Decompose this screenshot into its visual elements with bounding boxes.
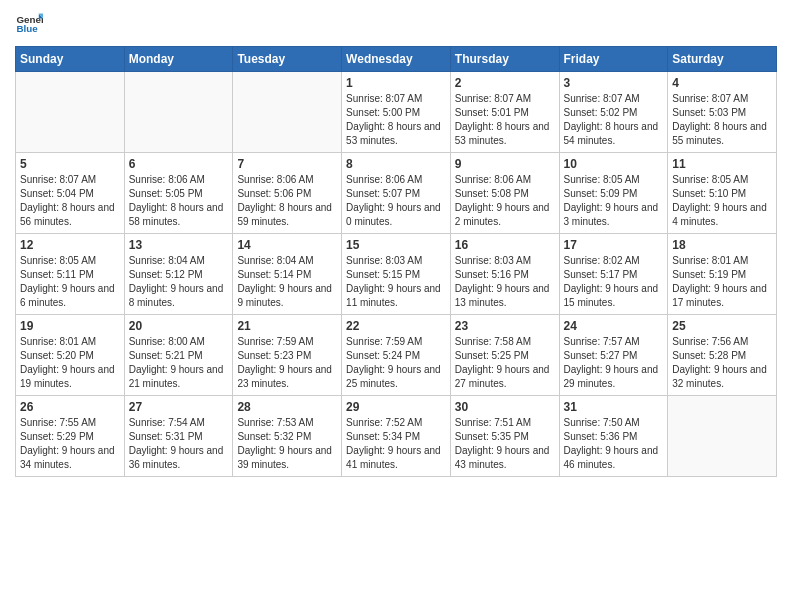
day-info: Sunrise: 7:50 AM Sunset: 5:36 PM Dayligh… — [564, 416, 664, 472]
svg-text:Blue: Blue — [16, 23, 38, 34]
calendar-table: SundayMondayTuesdayWednesdayThursdayFrid… — [15, 46, 777, 477]
day-info: Sunrise: 7:52 AM Sunset: 5:34 PM Dayligh… — [346, 416, 446, 472]
calendar-cell: 30Sunrise: 7:51 AM Sunset: 5:35 PM Dayli… — [450, 396, 559, 477]
day-number: 1 — [346, 76, 446, 90]
day-number: 29 — [346, 400, 446, 414]
day-info: Sunrise: 8:06 AM Sunset: 5:08 PM Dayligh… — [455, 173, 555, 229]
calendar-cell — [16, 72, 125, 153]
calendar-cell: 7Sunrise: 8:06 AM Sunset: 5:06 PM Daylig… — [233, 153, 342, 234]
calendar-cell: 16Sunrise: 8:03 AM Sunset: 5:16 PM Dayli… — [450, 234, 559, 315]
day-info: Sunrise: 8:01 AM Sunset: 5:20 PM Dayligh… — [20, 335, 120, 391]
calendar-cell: 4Sunrise: 8:07 AM Sunset: 5:03 PM Daylig… — [668, 72, 777, 153]
calendar-week-row: 5Sunrise: 8:07 AM Sunset: 5:04 PM Daylig… — [16, 153, 777, 234]
day-info: Sunrise: 7:56 AM Sunset: 5:28 PM Dayligh… — [672, 335, 772, 391]
calendar-cell: 27Sunrise: 7:54 AM Sunset: 5:31 PM Dayli… — [124, 396, 233, 477]
day-info: Sunrise: 8:07 AM Sunset: 5:03 PM Dayligh… — [672, 92, 772, 148]
day-number: 17 — [564, 238, 664, 252]
calendar-cell: 28Sunrise: 7:53 AM Sunset: 5:32 PM Dayli… — [233, 396, 342, 477]
weekday-header-row: SundayMondayTuesdayWednesdayThursdayFrid… — [16, 47, 777, 72]
calendar-cell: 11Sunrise: 8:05 AM Sunset: 5:10 PM Dayli… — [668, 153, 777, 234]
day-info: Sunrise: 7:59 AM Sunset: 5:24 PM Dayligh… — [346, 335, 446, 391]
calendar-cell: 10Sunrise: 8:05 AM Sunset: 5:09 PM Dayli… — [559, 153, 668, 234]
day-info: Sunrise: 8:03 AM Sunset: 5:16 PM Dayligh… — [455, 254, 555, 310]
day-info: Sunrise: 8:02 AM Sunset: 5:17 PM Dayligh… — [564, 254, 664, 310]
weekday-header: Sunday — [16, 47, 125, 72]
day-number: 20 — [129, 319, 229, 333]
day-info: Sunrise: 7:55 AM Sunset: 5:29 PM Dayligh… — [20, 416, 120, 472]
day-number: 6 — [129, 157, 229, 171]
day-number: 7 — [237, 157, 337, 171]
day-number: 16 — [455, 238, 555, 252]
page-container: General Blue SundayMondayTuesdayWednesda… — [0, 0, 792, 487]
day-number: 10 — [564, 157, 664, 171]
day-number: 18 — [672, 238, 772, 252]
day-number: 2 — [455, 76, 555, 90]
calendar-cell: 8Sunrise: 8:06 AM Sunset: 5:07 PM Daylig… — [342, 153, 451, 234]
calendar-cell: 15Sunrise: 8:03 AM Sunset: 5:15 PM Dayli… — [342, 234, 451, 315]
weekday-header: Friday — [559, 47, 668, 72]
day-number: 14 — [237, 238, 337, 252]
calendar-cell: 1Sunrise: 8:07 AM Sunset: 5:00 PM Daylig… — [342, 72, 451, 153]
day-info: Sunrise: 8:06 AM Sunset: 5:07 PM Dayligh… — [346, 173, 446, 229]
weekday-header: Saturday — [668, 47, 777, 72]
day-number: 28 — [237, 400, 337, 414]
day-number: 8 — [346, 157, 446, 171]
day-info: Sunrise: 8:07 AM Sunset: 5:00 PM Dayligh… — [346, 92, 446, 148]
logo-icon: General Blue — [15, 10, 43, 38]
calendar-cell: 19Sunrise: 8:01 AM Sunset: 5:20 PM Dayli… — [16, 315, 125, 396]
calendar-cell — [233, 72, 342, 153]
day-info: Sunrise: 8:07 AM Sunset: 5:04 PM Dayligh… — [20, 173, 120, 229]
calendar-cell — [668, 396, 777, 477]
calendar-cell: 6Sunrise: 8:06 AM Sunset: 5:05 PM Daylig… — [124, 153, 233, 234]
calendar-cell: 13Sunrise: 8:04 AM Sunset: 5:12 PM Dayli… — [124, 234, 233, 315]
calendar-cell: 20Sunrise: 8:00 AM Sunset: 5:21 PM Dayli… — [124, 315, 233, 396]
day-info: Sunrise: 7:58 AM Sunset: 5:25 PM Dayligh… — [455, 335, 555, 391]
day-info: Sunrise: 8:05 AM Sunset: 5:09 PM Dayligh… — [564, 173, 664, 229]
day-info: Sunrise: 8:01 AM Sunset: 5:19 PM Dayligh… — [672, 254, 772, 310]
day-info: Sunrise: 7:51 AM Sunset: 5:35 PM Dayligh… — [455, 416, 555, 472]
day-info: Sunrise: 7:57 AM Sunset: 5:27 PM Dayligh… — [564, 335, 664, 391]
day-number: 15 — [346, 238, 446, 252]
day-info: Sunrise: 7:59 AM Sunset: 5:23 PM Dayligh… — [237, 335, 337, 391]
calendar-cell: 23Sunrise: 7:58 AM Sunset: 5:25 PM Dayli… — [450, 315, 559, 396]
calendar-cell: 24Sunrise: 7:57 AM Sunset: 5:27 PM Dayli… — [559, 315, 668, 396]
calendar-cell: 29Sunrise: 7:52 AM Sunset: 5:34 PM Dayli… — [342, 396, 451, 477]
day-number: 9 — [455, 157, 555, 171]
day-info: Sunrise: 8:06 AM Sunset: 5:06 PM Dayligh… — [237, 173, 337, 229]
calendar-week-row: 26Sunrise: 7:55 AM Sunset: 5:29 PM Dayli… — [16, 396, 777, 477]
day-number: 4 — [672, 76, 772, 90]
day-info: Sunrise: 8:00 AM Sunset: 5:21 PM Dayligh… — [129, 335, 229, 391]
calendar-cell: 9Sunrise: 8:06 AM Sunset: 5:08 PM Daylig… — [450, 153, 559, 234]
day-number: 31 — [564, 400, 664, 414]
calendar-cell: 25Sunrise: 7:56 AM Sunset: 5:28 PM Dayli… — [668, 315, 777, 396]
calendar-week-row: 19Sunrise: 8:01 AM Sunset: 5:20 PM Dayli… — [16, 315, 777, 396]
calendar-cell: 31Sunrise: 7:50 AM Sunset: 5:36 PM Dayli… — [559, 396, 668, 477]
day-number: 27 — [129, 400, 229, 414]
calendar-cell: 21Sunrise: 7:59 AM Sunset: 5:23 PM Dayli… — [233, 315, 342, 396]
day-number: 21 — [237, 319, 337, 333]
day-info: Sunrise: 8:07 AM Sunset: 5:01 PM Dayligh… — [455, 92, 555, 148]
day-info: Sunrise: 8:04 AM Sunset: 5:14 PM Dayligh… — [237, 254, 337, 310]
calendar-cell: 17Sunrise: 8:02 AM Sunset: 5:17 PM Dayli… — [559, 234, 668, 315]
day-number: 24 — [564, 319, 664, 333]
day-number: 23 — [455, 319, 555, 333]
day-info: Sunrise: 8:05 AM Sunset: 5:11 PM Dayligh… — [20, 254, 120, 310]
calendar-cell: 14Sunrise: 8:04 AM Sunset: 5:14 PM Dayli… — [233, 234, 342, 315]
calendar-cell: 12Sunrise: 8:05 AM Sunset: 5:11 PM Dayli… — [16, 234, 125, 315]
calendar-cell: 3Sunrise: 8:07 AM Sunset: 5:02 PM Daylig… — [559, 72, 668, 153]
calendar-week-row: 1Sunrise: 8:07 AM Sunset: 5:00 PM Daylig… — [16, 72, 777, 153]
weekday-header: Thursday — [450, 47, 559, 72]
calendar-cell: 26Sunrise: 7:55 AM Sunset: 5:29 PM Dayli… — [16, 396, 125, 477]
day-number: 22 — [346, 319, 446, 333]
day-info: Sunrise: 8:06 AM Sunset: 5:05 PM Dayligh… — [129, 173, 229, 229]
day-number: 26 — [20, 400, 120, 414]
day-number: 12 — [20, 238, 120, 252]
header: General Blue — [15, 10, 777, 38]
day-number: 13 — [129, 238, 229, 252]
logo: General Blue — [15, 10, 43, 38]
day-info: Sunrise: 7:54 AM Sunset: 5:31 PM Dayligh… — [129, 416, 229, 472]
calendar-week-row: 12Sunrise: 8:05 AM Sunset: 5:11 PM Dayli… — [16, 234, 777, 315]
day-info: Sunrise: 7:53 AM Sunset: 5:32 PM Dayligh… — [237, 416, 337, 472]
calendar-cell — [124, 72, 233, 153]
day-number: 25 — [672, 319, 772, 333]
